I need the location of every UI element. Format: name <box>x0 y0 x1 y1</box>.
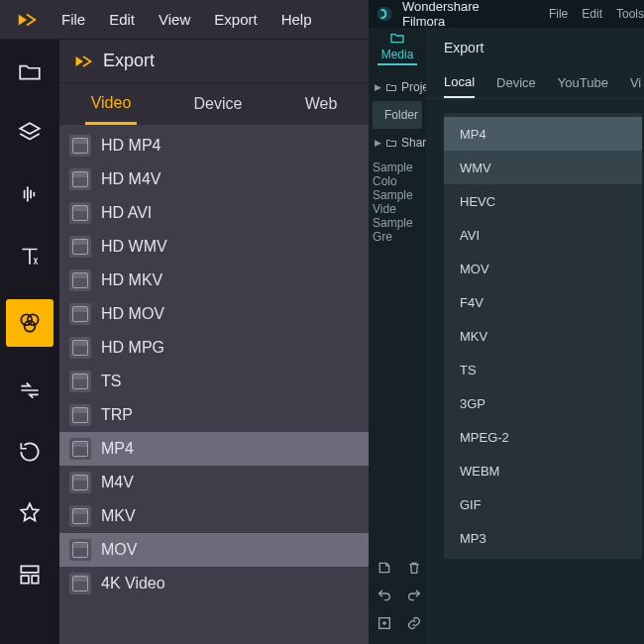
media-label: Media <box>381 48 414 61</box>
export-format-row[interactable]: MPEG-2 <box>444 420 642 454</box>
export-format-row[interactable]: AVI <box>444 218 642 252</box>
menu-view[interactable]: View <box>159 11 190 28</box>
export-panel-header: Export <box>59 40 369 83</box>
filmora-left-column: Media ▶ Proje Folder ▶ Share <box>369 28 426 644</box>
video-file-icon <box>69 236 91 258</box>
format-label: HD MPG <box>101 339 164 357</box>
format-label: MKV <box>101 507 136 525</box>
tree-item-folder[interactable]: Folder <box>373 101 422 129</box>
effects-icon[interactable] <box>6 299 54 347</box>
format-row[interactable]: HD MKV <box>59 264 369 297</box>
tree-item-shared[interactable]: ▶ Share <box>373 129 422 157</box>
fl-menu-edit[interactable]: Edit <box>582 7 602 21</box>
filmora-logo-icon <box>376 6 392 22</box>
format-row[interactable]: HD M4V <box>59 162 369 196</box>
template-icon[interactable] <box>12 557 48 592</box>
sample-item[interactable]: Sample Vide <box>373 188 426 216</box>
export-tab-device[interactable]: Device <box>496 67 536 98</box>
menu-help[interactable]: Help <box>281 11 312 28</box>
filmora-menubar: File Edit Tools <box>549 7 644 21</box>
export-format-row[interactable]: 3GP <box>444 386 642 420</box>
link-icon[interactable] <box>406 615 422 631</box>
export-format-row[interactable]: F4V <box>444 285 642 319</box>
left-app-window: File Edit View Export Help Export <box>0 0 369 644</box>
format-row[interactable]: HD WMV <box>59 230 369 264</box>
tab-video[interactable]: Video <box>85 83 138 125</box>
video-file-icon <box>69 539 91 561</box>
video-file-icon <box>69 135 91 157</box>
export-dialog-tabs: Local Device YouTube Vi <box>426 67 644 99</box>
format-row[interactable]: HD MOV <box>59 297 369 331</box>
redo-icon[interactable] <box>406 588 422 603</box>
audio-wave-icon[interactable] <box>12 176 48 212</box>
menu-export[interactable]: Export <box>214 11 257 28</box>
format-label: MP4 <box>101 440 134 458</box>
export-format-row[interactable]: MP3 <box>444 521 642 555</box>
export-format-row[interactable]: WEBM <box>444 454 642 487</box>
export-format-row[interactable]: HEVC <box>444 184 642 218</box>
tree-item-project[interactable]: ▶ Proje <box>373 73 422 101</box>
format-label: TRP <box>101 406 133 424</box>
format-row[interactable]: MOV <box>59 533 369 567</box>
format-row[interactable]: HD AVI <box>59 196 369 230</box>
video-file-icon <box>69 371 91 392</box>
sample-list: Sample Colo Sample Vide Sample Gre <box>369 157 426 244</box>
format-label: HD AVI <box>101 204 152 222</box>
add-icon[interactable] <box>376 615 392 631</box>
video-file-icon <box>69 505 91 527</box>
video-file-icon <box>69 472 91 493</box>
menu-edit[interactable]: Edit <box>109 11 135 28</box>
export-panel-title: Export <box>103 51 155 71</box>
transition-icon[interactable] <box>12 373 48 408</box>
tree-label: Proje <box>401 80 429 94</box>
format-row[interactable]: TRP <box>59 398 369 432</box>
fl-menu-tools[interactable]: Tools <box>616 7 644 21</box>
export-tab-youtube[interactable]: YouTube <box>558 67 608 98</box>
export-dialog-title: Export <box>426 28 644 67</box>
export-format-row[interactable]: GIF <box>444 487 642 521</box>
format-row[interactable]: TS <box>59 365 369 398</box>
format-row[interactable]: MKV <box>59 499 369 533</box>
fl-menu-file[interactable]: File <box>549 7 568 21</box>
folder-icon[interactable] <box>12 54 48 89</box>
tab-device[interactable]: Device <box>188 83 249 125</box>
export-format-row[interactable]: WMV <box>444 151 642 184</box>
rotate-icon[interactable] <box>12 434 48 470</box>
format-row[interactable]: M4V <box>59 466 369 499</box>
format-row[interactable]: HD MPG <box>59 331 369 365</box>
format-row[interactable]: MP4 <box>59 432 369 466</box>
trash-icon[interactable] <box>406 560 422 576</box>
caret-right-icon: ▶ <box>375 138 381 148</box>
export-format-row[interactable]: MKV <box>444 319 642 353</box>
video-file-icon <box>69 404 91 426</box>
export-format-list[interactable]: MP4WMVHEVCAVIMOVF4VMKVTS3GPMPEG-2WEBMGIF… <box>444 113 642 559</box>
text-icon[interactable] <box>12 238 48 273</box>
caret-right-icon: ▶ <box>375 82 381 92</box>
export-icon[interactable] <box>376 560 392 576</box>
layers-icon[interactable] <box>12 115 48 151</box>
format-label: HD MKV <box>101 271 162 289</box>
sample-item[interactable]: Sample Gre <box>373 216 426 244</box>
export-format-row[interactable]: TS <box>444 353 642 386</box>
export-format-row[interactable]: MP4 <box>444 117 642 151</box>
export-tab-local[interactable]: Local <box>444 67 475 98</box>
app-logo-icon <box>16 9 38 31</box>
format-row[interactable]: HD MP4 <box>59 129 369 162</box>
export-format-row[interactable]: MOV <box>444 252 642 285</box>
folder-open-icon <box>389 30 405 46</box>
format-row[interactable]: 4K Video <box>59 567 369 600</box>
menu-file[interactable]: File <box>61 11 85 28</box>
format-label: HD WMV <box>101 238 167 256</box>
svg-point-1 <box>28 314 39 325</box>
format-list[interactable]: HD MP4HD M4VHD AVIHD WMVHD MKVHD MOVHD M… <box>59 125 369 644</box>
export-tabs: Video Device Web <box>59 83 369 125</box>
media-tab[interactable]: Media <box>369 28 426 67</box>
star-icon[interactable] <box>12 495 48 531</box>
format-label: 4K Video <box>101 575 165 592</box>
sample-item[interactable]: Sample Colo <box>373 161 426 188</box>
left-sidebar <box>0 40 59 644</box>
export-tab-vimeo[interactable]: Vi <box>630 67 641 98</box>
tab-web[interactable]: Web <box>299 83 344 125</box>
undo-icon[interactable] <box>376 588 392 603</box>
format-label: HD MOV <box>101 305 164 323</box>
